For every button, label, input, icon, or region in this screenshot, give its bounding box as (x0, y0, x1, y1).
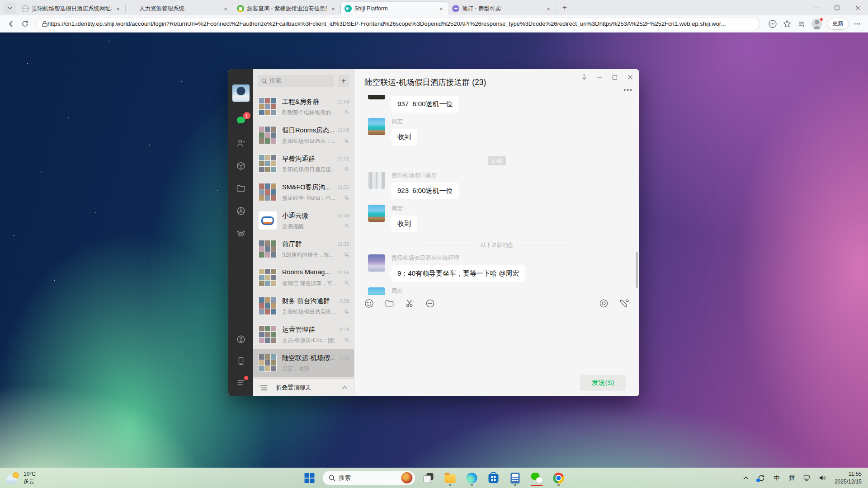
favorites-box-icon[interactable] (236, 160, 246, 171)
wechat-close-button[interactable] (626, 73, 635, 82)
taskbar-clock[interactable]: 11:55 2025/12/15 (832, 470, 864, 485)
message-avatar[interactable] (368, 118, 385, 135)
chrome-icon[interactable] (550, 469, 567, 487)
address-bar[interactable]: https://cn1.identity.ep.shiji.world/acco… (36, 18, 760, 30)
add-chat-button[interactable]: + (338, 75, 349, 87)
message-avatar[interactable] (368, 205, 385, 222)
mute-icon (344, 137, 349, 145)
url-text[interactable]: https://cn1.identity.ep.shiji.world/acco… (47, 20, 754, 27)
split-screen-icon[interactable] (766, 18, 779, 30)
moments-icon[interactable] (236, 206, 246, 216)
voice-message-icon[interactable] (599, 299, 609, 310)
hidden-icons-chevron[interactable] (740, 470, 752, 486)
tabs: 贵阳机场智选假日酒店系统网址导 × 人力资源管理系统 × 旅客查询 - 紫楠旅馆… (18, 0, 556, 15)
chat-name: 前厅群 (282, 240, 302, 249)
chat-list-item[interactable]: 假日Rooms房态... 11:48 贵阳机场假日酒店：... (253, 121, 354, 150)
mute-icon (344, 165, 349, 174)
tab-title: 预订 - 房型可卖 (462, 5, 542, 13)
message-scrollbar[interactable] (636, 252, 638, 288)
chat-time: 11:21 (337, 184, 349, 190)
chat-time: 11:48 (337, 127, 349, 133)
message-input[interactable] (354, 313, 639, 369)
mute-icon (344, 336, 349, 344)
chat-preview: 文员-张源涛-Eric：[图片] (282, 337, 335, 344)
chat-list-item[interactable]: 前厅群 11:15 928房间的橙子，放... (253, 235, 354, 263)
user-avatar[interactable] (232, 84, 250, 102)
chat-more-icon[interactable]: ••• (623, 86, 633, 94)
channels-icon[interactable] (236, 228, 246, 239)
chat-list-item[interactable]: 早餐沟通群 11:22 贵阳机场假日酒店值... (253, 150, 354, 178)
microsoft-store-icon[interactable] (485, 469, 502, 487)
wechat-taskbar-icon[interactable] (528, 469, 546, 487)
mute-icon (344, 194, 349, 202)
browser-tab[interactable]: 人力资源管理系统 × (126, 4, 233, 14)
tab-close-icon[interactable]: × (545, 5, 552, 12)
chat-list-item[interactable]: 小通云缴 10:46 交易提醒 (253, 206, 354, 235)
file-explorer-icon[interactable] (442, 469, 459, 487)
chat-history-icon[interactable] (425, 299, 435, 310)
tab-close-icon[interactable]: × (222, 5, 229, 12)
chat-list-item[interactable]: 运营管理群 9:29 文员-张源涛-Eric：[图片] (253, 320, 354, 349)
new-tab-button[interactable]: + (559, 2, 571, 14)
task-view-icon[interactable] (420, 469, 437, 487)
unread-badge: 1 (243, 112, 250, 119)
wechat-maximize-button[interactable] (610, 73, 619, 82)
wechat-minimize-button[interactable] (595, 73, 604, 82)
sync-update-icon[interactable] (755, 470, 768, 486)
edge-icon[interactable] (463, 469, 481, 487)
message-avatar[interactable] (368, 254, 385, 272)
taskbar-search[interactable]: 搜索 (323, 471, 415, 485)
send-file-icon[interactable] (385, 299, 394, 310)
mute-icon (344, 222, 349, 230)
chat-list-item[interactable]: Rooms Manag... 10:56 @瑞雪 现在淡季，可... (253, 263, 354, 292)
emoji-icon[interactable] (364, 299, 374, 310)
favorites-star-icon[interactable] (781, 18, 793, 30)
message-avatar[interactable] (368, 172, 385, 189)
contacts-icon[interactable] (236, 138, 246, 149)
browser-close-button[interactable] (847, 0, 868, 15)
screenshot-icon[interactable] (405, 299, 415, 310)
calculator-icon[interactable] (507, 469, 524, 487)
weather-temp: 10°C (24, 471, 36, 478)
wechat-search-input[interactable]: 搜索 (258, 75, 334, 87)
tab-close-icon[interactable]: × (114, 5, 122, 12)
chat-list-item[interactable]: 工程&房务群 11:54 刚刚那个电梯维保的... (253, 93, 354, 121)
chat-files-icon[interactable] (236, 183, 246, 194)
pinyin-indicator[interactable]: 拼 (786, 470, 798, 486)
volume-icon[interactable] (816, 470, 829, 486)
sync-status-dot (756, 479, 760, 482)
weather-widget[interactable]: 10°C 多云 (5, 471, 36, 485)
browser-menu-icon[interactable] (851, 18, 863, 30)
mini-programs-icon[interactable] (236, 334, 246, 345)
message-avatar[interactable] (368, 95, 385, 99)
network-icon[interactable] (801, 470, 814, 486)
pin-icon[interactable] (580, 73, 589, 82)
collapse-pinned-chats[interactable]: 折叠置顶聊天 (253, 378, 354, 396)
profile-avatar[interactable] (811, 19, 822, 29)
refresh-icon[interactable] (18, 17, 32, 31)
tab-search-chevron-icon[interactable] (4, 2, 16, 14)
update-button[interactable]: 更新 (827, 18, 849, 30)
collections-icon[interactable] (795, 18, 808, 30)
chat-list-item[interactable]: SM&FO客房沟... 11:21 预定经理- Rena：已... (253, 178, 354, 206)
back-icon[interactable] (5, 17, 18, 31)
chat-preview: 928房间的橙子，放... (282, 251, 334, 259)
browser-tab[interactable]: 预订 - 房型可卖 × (448, 4, 556, 14)
start-button[interactable] (301, 469, 318, 487)
chat-list-item[interactable]: 陆空联运-机场假... 9:18 周宏：收到 (253, 349, 354, 377)
browser-tab[interactable]: 贵阳机场智选假日酒店系统网址导 × (18, 4, 126, 14)
browser-minimize-button[interactable] (806, 0, 826, 15)
browser-maximize-button[interactable] (826, 0, 847, 15)
video-call-icon[interactable] (619, 299, 629, 310)
menu-icon[interactable] (236, 377, 246, 388)
message-avatar[interactable] (368, 287, 385, 295)
send-button[interactable]: 发送(S) (580, 375, 626, 391)
browser-tab[interactable]: 旅客查询 - 紫楠旅馆业治安信息管 × (233, 4, 341, 14)
tab-close-icon[interactable]: × (438, 5, 445, 12)
browser-tab[interactable]: Shiji Platform × (341, 2, 448, 15)
tab-close-icon[interactable]: × (330, 5, 337, 12)
ime-mode-indicator[interactable]: 中 (770, 470, 783, 486)
chats-icon[interactable]: 1 (236, 115, 246, 126)
phone-link-icon[interactable] (236, 356, 246, 366)
chat-list-item[interactable]: 财务 前台沟通群 9:58 贵阳机场假日酒店值... (253, 292, 354, 320)
